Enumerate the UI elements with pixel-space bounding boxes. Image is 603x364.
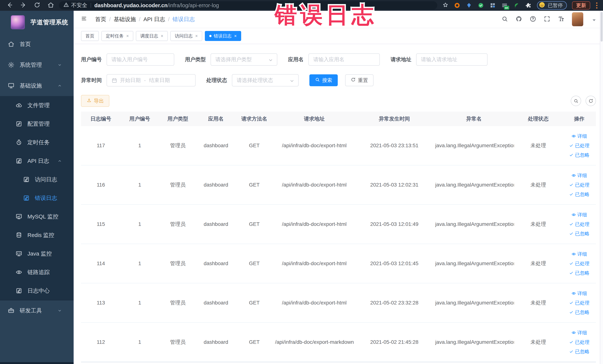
- extension-grid[interactable]: [489, 2, 496, 9]
- status-cell: 未处理: [514, 260, 562, 267]
- hamburger-icon[interactable]: [81, 16, 88, 23]
- sidebar-item-错误日志[interactable]: 错误日志: [0, 189, 74, 207]
- action-link-已处理[interactable]: 已处理: [569, 260, 590, 267]
- app-name-input[interactable]: [308, 53, 380, 66]
- breadcrumb-separator: /: [139, 16, 140, 23]
- browser-reload-icon[interactable]: [34, 2, 40, 9]
- request-url-field[interactable]: [421, 57, 483, 62]
- address-bar[interactable]: 不安全 dashboard.yudao.iocoder.cn /infra/lo…: [59, 1, 437, 10]
- action-link-详细[interactable]: 详细: [571, 329, 587, 336]
- action-link-已忽略[interactable]: 已忽略: [569, 270, 590, 276]
- github-icon[interactable]: [515, 16, 522, 23]
- action-link-已处理[interactable]: 已处理: [569, 142, 590, 149]
- user-avatar[interactable]: [572, 12, 583, 26]
- check-icon: [569, 271, 574, 275]
- browser-menu-icon[interactable]: [595, 2, 598, 9]
- request-url-input[interactable]: [416, 53, 487, 66]
- browser-forward-icon[interactable]: [20, 2, 27, 9]
- browser-back-icon[interactable]: [6, 2, 13, 9]
- refresh-table-button[interactable]: [586, 96, 596, 106]
- sidebar-item-Java 监控[interactable]: Java 监控: [0, 244, 74, 263]
- tab-close-icon[interactable]: ×: [161, 33, 163, 39]
- sidebar-item-定时任务[interactable]: 定时任务: [0, 133, 74, 152]
- export-button[interactable]: 导出: [81, 95, 109, 107]
- extension-list[interactable]: on: [501, 2, 508, 9]
- action-link-已处理[interactable]: 已处理: [569, 221, 590, 227]
- bookmark-star-icon[interactable]: [442, 2, 448, 9]
- action-link-已忽略[interactable]: 已忽略: [569, 152, 590, 158]
- user-id-field[interactable]: [111, 57, 169, 62]
- sidebar-item-基础设施[interactable]: 基础设施: [0, 75, 74, 96]
- sidebar-item-日志中心[interactable]: 日志中心: [0, 282, 74, 300]
- app-name-field[interactable]: [313, 57, 375, 62]
- javamon-icon: [16, 250, 22, 257]
- action-link-已处理[interactable]: 已处理: [569, 339, 590, 345]
- sidebar-item-MySQL 监控[interactable]: MySQL 监控: [0, 207, 74, 226]
- scrollbar-thumb[interactable]: [601, 12, 603, 42]
- exception-name-cell: java.lang.IllegalArgumentException: [434, 260, 514, 267]
- tab-错误日志[interactable]: 错误日志×: [205, 31, 241, 41]
- sidebar-item-Redis 监控[interactable]: Redis 监控: [0, 226, 74, 244]
- extension-green-leaf[interactable]: [513, 2, 520, 9]
- avatar-caret-down-icon[interactable]: [591, 17, 596, 22]
- help-icon[interactable]: [530, 16, 536, 23]
- breadcrumb: 首页/基础设施/API 日志/错误日志: [95, 16, 195, 23]
- user-id-cell: 1: [121, 143, 159, 149]
- exception-time-range-picker[interactable]: 开始日期 - 结束日期: [107, 74, 196, 86]
- breadcrumb-item[interactable]: 首页: [95, 16, 106, 23]
- browser-home-icon[interactable]: [47, 2, 54, 9]
- action-link-已处理[interactable]: 已处理: [569, 300, 590, 306]
- user-id-input[interactable]: [107, 53, 174, 66]
- chrome-update-button[interactable]: 更新: [572, 1, 590, 10]
- sidebar-item-配置管理[interactable]: 配置管理: [0, 115, 74, 133]
- column-header: 用户类型: [159, 115, 197, 122]
- action-link-详细[interactable]: 详细: [571, 211, 587, 218]
- reset-button[interactable]: 重置: [345, 74, 373, 86]
- sidebar-item-研发工具[interactable]: 研发工具: [0, 300, 74, 321]
- sidebar-item-首页[interactable]: 首页: [0, 34, 74, 55]
- tab-调度日志[interactable]: 调度日志×: [136, 31, 168, 41]
- page-scrollbar[interactable]: [600, 11, 603, 364]
- header-search-icon[interactable]: [501, 16, 508, 23]
- sidebar-logo-row[interactable]: 芋道管理系统: [0, 11, 74, 34]
- user-type-select[interactable]: 请选择用户类型: [210, 53, 277, 66]
- breadcrumb-item[interactable]: API 日志: [143, 16, 165, 23]
- sidebar-item-系统管理[interactable]: 系统管理: [0, 55, 74, 75]
- tab-访问日志[interactable]: 访问日志×: [170, 31, 202, 41]
- action-link-已忽略[interactable]: 已忽略: [569, 348, 590, 355]
- toggle-search-button[interactable]: [571, 96, 581, 106]
- action-link-已忽略[interactable]: 已忽略: [569, 231, 590, 237]
- action-link-详细[interactable]: 详细: [571, 133, 587, 140]
- extension-orange-ring[interactable]: [453, 2, 461, 9]
- action-link-已忽略[interactable]: 已忽略: [569, 191, 590, 198]
- breadcrumb-item[interactable]: 基础设施: [114, 16, 136, 23]
- action-link-已处理[interactable]: 已处理: [569, 182, 590, 188]
- tab-定时任务[interactable]: 定时任务×: [101, 31, 133, 41]
- tab-首页[interactable]: 首页: [81, 31, 99, 41]
- tab-close-icon[interactable]: ×: [234, 33, 237, 39]
- fullscreen-icon[interactable]: [544, 16, 550, 23]
- action-link-详细[interactable]: 详细: [571, 172, 587, 179]
- extension-blue-shield[interactable]: [465, 2, 473, 9]
- search-button[interactable]: 搜索: [309, 74, 338, 86]
- action-link-详细[interactable]: 详细: [571, 251, 587, 257]
- action-link-已忽略[interactable]: 已忽略: [569, 309, 590, 316]
- sidebar-menu: 首页系统管理基础设施文件管理配置管理定时任务API 日志访问日志错误日志MySQ…: [0, 34, 74, 364]
- github-icon: [515, 16, 522, 22]
- sidebar-item-链路追踪[interactable]: 链路追踪: [0, 263, 74, 282]
- font-size-icon[interactable]: [558, 16, 564, 23]
- browser-profile-button[interactable]: 已暂停: [537, 1, 567, 10]
- extension-green-check[interactable]: [477, 2, 484, 9]
- process-status-select[interactable]: 请选择处理状态: [232, 74, 299, 86]
- sidebar-item-文件管理[interactable]: 文件管理: [0, 96, 74, 115]
- tags-view-bar: 首页定时任务×调度日志×访问日志×错误日志×: [74, 28, 603, 44]
- sidebar-item-label: 链路追踪: [27, 269, 50, 276]
- extensions-puzzle[interactable]: [525, 2, 532, 9]
- sidebar-item-API 日志[interactable]: API 日志: [0, 152, 74, 170]
- tab-close-icon[interactable]: ×: [195, 33, 198, 39]
- sidebar-item-label: 研发工具: [20, 307, 42, 315]
- sidebar-item-访问日志[interactable]: 访问日志: [0, 170, 74, 189]
- action-link-详细[interactable]: 详细: [571, 290, 587, 297]
- error-log-table: 日志编号用户编号用户类型应用名请求方法名请求地址异常发生时间异常名处理状态操作 …: [81, 112, 596, 362]
- tab-close-icon[interactable]: ×: [126, 33, 129, 39]
